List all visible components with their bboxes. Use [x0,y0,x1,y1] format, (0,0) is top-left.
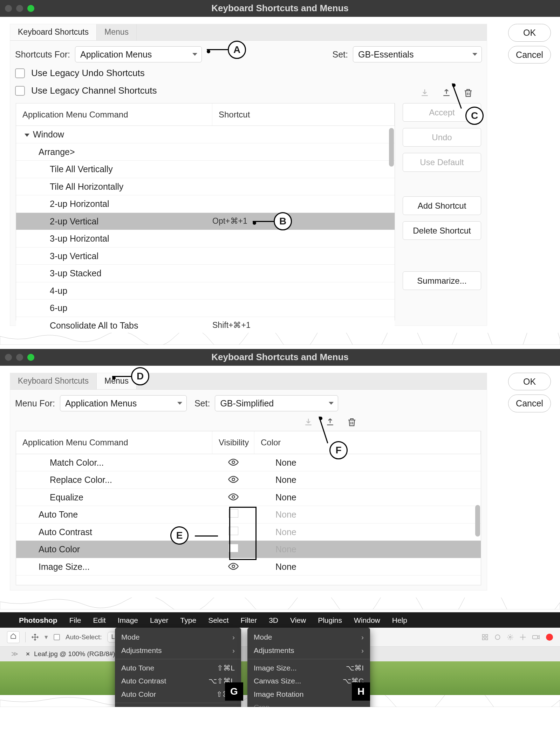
menu-file[interactable]: File [69,615,81,625]
color-value[interactable]: None [254,474,481,486]
shortcut-value[interactable] [212,270,395,276]
visibility-toggle-empty[interactable] [228,544,238,552]
menu-window[interactable]: Window [354,615,380,625]
shortcut-value[interactable]: Opt+⌘+1 [212,213,395,229]
table-row[interactable]: 3-up Vertical [16,248,395,265]
visibility-cell[interactable] [212,544,254,555]
home-icon[interactable] [7,631,20,643]
shortcut-value[interactable] [212,166,395,172]
table-row[interactable]: 2-up VerticalOpt+⌘+1 [16,213,395,230]
table-row[interactable]: 4-up [16,282,395,300]
save-set-icon[interactable] [303,417,314,427]
visibility-cell[interactable] [212,492,254,503]
shortcut-value[interactable]: Shift+⌘+1 [212,317,395,333]
minimize-dot[interactable] [16,354,23,361]
menu-item[interactable]: Mode› [247,631,370,643]
legacy-channel-checkbox[interactable] [15,86,25,96]
image-menu-full[interactable]: Mode›Adjustments›Auto Tone⇧⌘LAuto Contra… [115,628,241,707]
move-3d-icon[interactable] [519,634,526,641]
color-value[interactable]: None [254,544,481,555]
tab-menus[interactable]: Menus [97,373,137,389]
camera-icon[interactable] [532,634,540,640]
new-set-icon[interactable] [325,417,335,427]
visibility-cell[interactable] [212,509,254,520]
visibility-cell[interactable] [212,561,254,573]
table-row[interactable]: Auto ContrastNone [16,524,481,541]
3d-icon[interactable] [494,634,501,641]
menu-filter[interactable]: Filter [241,615,257,625]
set-select[interactable]: GB-Simplified [215,395,338,412]
menu-layer[interactable]: Layer [150,615,169,625]
table-row[interactable]: 2-up Horizontal [16,195,395,213]
table-row[interactable]: Consolidate All to TabsShift+⌘+1 [16,317,395,335]
menu-photoshop[interactable]: Photoshop [19,615,57,625]
shortcut-value[interactable] [212,149,395,155]
minimize-dot[interactable] [16,5,23,12]
table-row[interactable]: Replace Color...None [16,471,481,489]
scrollbar-thumb[interactable] [475,505,480,537]
color-value[interactable]: None [254,561,481,573]
visibility-toggle-empty[interactable] [228,509,238,518]
summarize-button[interactable]: Summarize... [403,271,481,290]
delete-set-icon[interactable] [347,417,357,427]
table-row[interactable]: Image Size...None [16,558,481,576]
shortcut-value[interactable] [212,132,395,137]
zoom-dot[interactable] [27,5,34,12]
close-tab-icon[interactable]: × [26,650,30,659]
save-set-icon[interactable] [419,88,430,98]
zoom-dot[interactable] [27,354,34,361]
menu-item[interactable]: Adjustments› [115,644,241,657]
menu-plugins[interactable]: Plugins [318,615,342,625]
legacy-undo-checkbox[interactable] [15,68,25,78]
table-row[interactable]: Tile All Horizontally [16,178,395,196]
menu-edit[interactable]: Edit [93,615,106,625]
eye-icon[interactable] [228,492,239,502]
new-set-icon[interactable] [441,88,452,98]
visibility-cell[interactable] [212,457,254,468]
visibility-toggle-empty[interactable] [228,527,238,535]
table-row[interactable]: 3-up Horizontal [16,230,395,248]
legacy-undo-row[interactable]: Use Legacy Undo Shortcuts [10,65,487,82]
menu-item[interactable]: Image Size...⌥⌘I [115,705,241,707]
table-row[interactable]: Tile All Vertically [16,161,395,178]
visibility-cell[interactable] [212,474,254,486]
close-dot[interactable] [5,354,12,361]
shortcut-value[interactable] [212,184,395,189]
cancel-button[interactable]: Cancel [508,46,551,64]
shortcut-value[interactable] [212,305,395,311]
table-row[interactable]: Auto ColorNone [16,541,481,558]
tab-menus[interactable]: Menus [97,24,137,40]
table-row[interactable]: 6-up [16,299,395,317]
ok-button[interactable]: OK [508,373,551,391]
menu-item[interactable]: Image Size...⌥⌘I [247,661,370,674]
menu-item[interactable]: Auto Tone⇧⌘L [115,661,241,674]
auto-select-checkbox[interactable] [54,634,60,640]
legacy-channel-row[interactable]: Use Legacy Channel Shortcuts [10,82,487,100]
use-default-button[interactable]: Use Default [403,153,481,171]
color-value[interactable]: None [254,492,481,503]
gear-icon[interactable] [507,634,514,641]
menu-item[interactable]: Adjustments› [247,644,370,657]
menu-3d[interactable]: 3D [269,615,278,625]
delete-set-icon[interactable] [463,88,473,98]
shortcuts-for-select[interactable]: Application Menus [75,46,202,63]
caret-down-icon[interactable] [25,134,29,137]
menu-type[interactable]: Type [180,615,197,625]
menu-item[interactable]: Auto Color⇧⌘B [115,688,241,701]
record-icon[interactable] [546,634,553,641]
shortcut-value[interactable] [212,288,395,294]
document-tab[interactable]: Leaf.jpg @ 100% (RGB/8#) [34,650,115,659]
table-row[interactable]: EqualizeNone [16,489,481,506]
eye-icon[interactable] [228,475,239,485]
tab-keyboard-shortcuts[interactable]: Keyboard Shortcuts [10,373,97,389]
close-dot[interactable] [5,5,12,12]
undo-button[interactable]: Undo [403,128,481,147]
color-value[interactable]: None [254,457,481,468]
eye-icon[interactable] [228,458,239,467]
grid-icon[interactable] [482,634,489,641]
table-row[interactable]: 3-up Stacked [16,265,395,282]
ok-button[interactable]: OK [508,24,551,42]
table-row[interactable]: Auto ToneNone [16,506,481,524]
shortcut-value[interactable] [212,253,395,259]
tab-keyboard-shortcuts[interactable]: Keyboard Shortcuts [10,24,97,40]
